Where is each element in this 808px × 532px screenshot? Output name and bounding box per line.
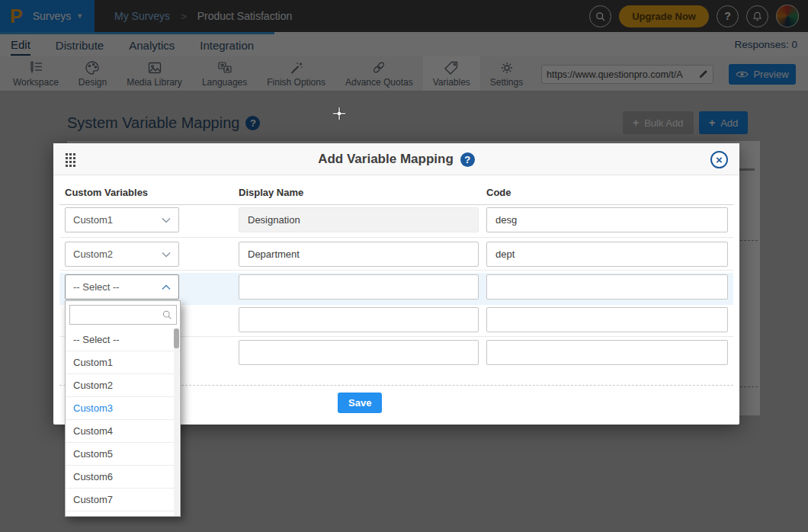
custom-variable-select-row1[interactable]: Custom1	[65, 207, 179, 232]
custom-variable-select-row2[interactable]: Custom2	[65, 242, 179, 267]
select-value: -- Select --	[73, 281, 120, 293]
app-screen: P Surveys ▼ My Surveys > Product Satisfa…	[0, 0, 808, 532]
modal-header: Add Variable Mapping ? ×	[53, 143, 739, 175]
display-name-input-row4[interactable]	[239, 307, 479, 332]
code-input-row3[interactable]	[486, 274, 728, 300]
save-button[interactable]: Save	[338, 393, 382, 413]
custom-variable-select-row3-open[interactable]: -- Select --	[65, 274, 179, 300]
mouse-cursor-crosshair	[332, 107, 346, 120]
chevron-up-icon	[162, 284, 171, 290]
column-header-code: Code	[486, 187, 511, 198]
code-input-row2[interactable]	[486, 242, 728, 267]
code-input-row5[interactable]	[486, 340, 728, 365]
display-name-input-row1[interactable]	[239, 207, 479, 232]
dropdown-option-select[interactable]: -- Select --	[66, 328, 180, 351]
code-input-row4[interactable]	[486, 307, 728, 332]
column-header-custom-variables: Custom Variables	[65, 187, 148, 198]
dropdown-option-custom7[interactable]: Custom7	[66, 489, 180, 511]
search-icon	[162, 309, 172, 320]
column-header-display-name: Display Name	[239, 187, 303, 198]
dropdown-option-custom2[interactable]: Custom2	[66, 374, 180, 397]
dropdown-search-input[interactable]	[70, 309, 162, 320]
dropdown-option-custom5[interactable]: Custom5	[66, 443, 180, 466]
dropdown-option-custom6[interactable]: Custom6	[66, 466, 180, 489]
select-value: Custom2	[73, 248, 113, 260]
dropdown-option-custom4[interactable]: Custom4	[66, 420, 180, 443]
dropdown-scrollbar[interactable]	[174, 328, 179, 517]
dropdown-scrollbar-thumb[interactable]	[174, 328, 179, 348]
dropdown-search-box	[69, 305, 177, 325]
display-name-input-row5[interactable]	[239, 340, 479, 365]
dropdown-options-list: -- Select -- Custom1 Custom2 Custom3 Cus…	[66, 328, 180, 511]
chevron-down-icon	[162, 252, 171, 258]
display-name-input-row2[interactable]	[239, 242, 479, 267]
dropdown-option-custom1[interactable]: Custom1	[66, 351, 180, 374]
code-input-row1[interactable]	[486, 207, 728, 232]
select-value: Custom1	[73, 214, 113, 226]
modal-title: Add Variable Mapping	[318, 152, 454, 167]
modal-help-icon[interactable]: ?	[460, 152, 475, 167]
close-icon[interactable]: ×	[710, 151, 728, 168]
custom-variable-dropdown-panel: -- Select -- Custom1 Custom2 Custom3 Cus…	[65, 300, 181, 517]
display-name-input-row3[interactable]	[239, 274, 479, 300]
header-divider	[59, 204, 733, 205]
dropdown-option-custom3[interactable]: Custom3	[66, 397, 180, 420]
chevron-down-icon	[162, 217, 171, 223]
